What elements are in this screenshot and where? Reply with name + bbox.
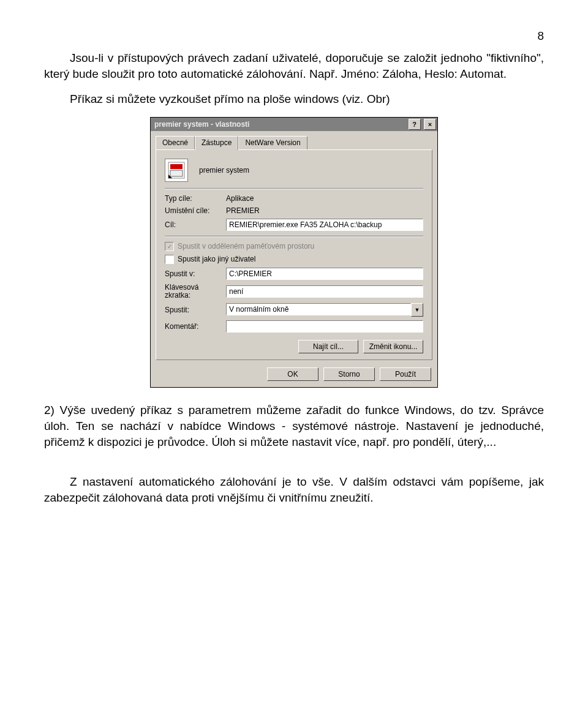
run-as-checkbox[interactable]: [165, 255, 174, 264]
run-label: Spustit:: [165, 306, 226, 314]
paragraph-4: Z nastavení automatického zálohování je …: [44, 474, 544, 505]
target-type-value: Aplikace: [226, 194, 254, 203]
target-location-label: Umístění cíle:: [165, 206, 226, 215]
chevron-down-icon[interactable]: ▼: [411, 303, 423, 317]
target-type-label: Typ cíle:: [165, 194, 226, 203]
tab-general[interactable]: Obecné: [156, 136, 195, 149]
target-label: Cíl:: [165, 220, 226, 229]
paragraph-2: Příkaz si můžete vyzkoušet přímo na ploš…: [44, 91, 544, 107]
ok-button[interactable]: OK: [267, 367, 318, 381]
page-number: 8: [44, 29, 544, 43]
start-in-label: Spustit v:: [165, 269, 226, 278]
shortcut-panel: premier system Typ cíle: Aplikace Umístě…: [156, 149, 432, 360]
close-button[interactable]: ×: [424, 119, 436, 130]
comment-input[interactable]: [226, 320, 423, 333]
tab-netware[interactable]: NetWare Version: [238, 136, 307, 149]
change-icon-button[interactable]: Změnit ikonu...: [363, 340, 423, 353]
app-name: premier system: [199, 166, 249, 175]
svg-rect-2: [170, 170, 183, 176]
svg-rect-1: [170, 164, 183, 169]
titlebar: premier system - vlastnosti ? ×: [151, 118, 437, 131]
window-title: premier system - vlastnosti: [154, 120, 249, 129]
start-in-input[interactable]: C:\PREMIER: [226, 268, 423, 280]
separator: [165, 188, 423, 189]
separator: [165, 236, 423, 237]
properties-dialog: premier system - vlastnosti ? × Obecné Z…: [150, 117, 438, 388]
apply-button[interactable]: Použít: [380, 367, 431, 381]
help-button[interactable]: ?: [409, 119, 421, 130]
app-icon: [165, 159, 188, 182]
tab-shortcut[interactable]: Zástupce: [195, 136, 238, 150]
paragraph-3: 2) Výše uvedený příkaz s parametrem může…: [44, 402, 544, 450]
target-location-value: PREMIER: [226, 206, 260, 215]
target-input[interactable]: REMIER\premier.exe FA35 ZALOHA c:\backup: [226, 219, 423, 231]
run-as-label: Spustit jako jiný uživatel: [178, 255, 255, 263]
separate-memory-label: Spustit v odděleném paměťovém prostoru: [178, 242, 314, 250]
run-select[interactable]: V normálním okně: [226, 303, 411, 315]
separate-memory-checkbox: ✓: [165, 242, 174, 251]
find-target-button[interactable]: Najít cíl...: [298, 340, 358, 353]
hotkey-label: Klávesová zkratka:: [165, 284, 226, 299]
comment-label: Komentář:: [165, 322, 226, 331]
cancel-button[interactable]: Storno: [323, 367, 375, 381]
paragraph-1: Jsou-li v přístupových právech zadaní už…: [44, 50, 544, 81]
hotkey-input[interactable]: není: [226, 285, 423, 298]
